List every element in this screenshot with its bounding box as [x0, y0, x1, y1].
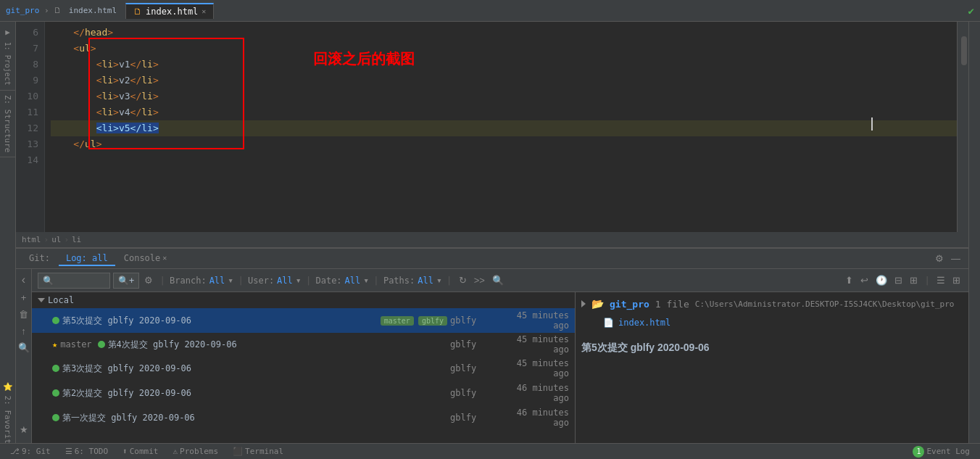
- status-problems[interactable]: ⚠ Problems: [168, 447, 223, 456]
- repo-icon: 📂: [591, 298, 604, 310]
- tab-console[interactable]: Console ✕: [117, 252, 175, 266]
- branch-actions-button[interactable]: ⬆: [843, 273, 855, 287]
- collapse-left-button[interactable]: ‹: [20, 272, 28, 288]
- code-editor[interactable]: 6 7 8 9 10 11 ● 12 13 14: [16, 22, 968, 232]
- commit-dot: [52, 317, 59, 324]
- git-log-list: Local 第5次提交 gblfy 2020-09-06 master gblf…: [32, 292, 576, 459]
- refresh-button[interactable]: ↻: [457, 273, 469, 287]
- code-line-selected: <li>v5</li>: [51, 120, 963, 136]
- master-branch-row[interactable]: ★ master 第4次提交 gblfy 2020-09-06 gblfy 45…: [32, 333, 575, 356]
- local-branch-header[interactable]: Local: [32, 292, 575, 308]
- date-select[interactable]: All: [345, 276, 361, 286]
- branch-label: Branch:: [170, 276, 207, 286]
- expand-icon: [38, 298, 45, 302]
- delete-button[interactable]: 🗑: [17, 307, 30, 321]
- star-icon: ★: [52, 339, 57, 350]
- paths-select[interactable]: All: [418, 276, 433, 286]
- status-todo[interactable]: ☰ 6: TODO: [61, 447, 112, 456]
- undo-button[interactable]: ↩: [858, 273, 871, 287]
- file-icon: 📄: [603, 318, 614, 328]
- status-commit[interactable]: ⬆ Commit: [118, 447, 162, 456]
- tag-master: master: [381, 316, 414, 326]
- tag-gblfy: gblfy: [418, 316, 447, 326]
- search-nav-button[interactable]: 🔍: [16, 341, 32, 355]
- code-line: </head>: [51, 25, 963, 41]
- checkmark-icon: ✔: [968, 5, 974, 17]
- commit-detail-title: 第5次提交 gblfy 2020-09-06: [581, 342, 963, 355]
- grid-view-button[interactable]: ⊞: [950, 273, 963, 287]
- sidebar-item-structure[interactable]: Z: Structure: [1, 92, 14, 155]
- status-bar: ⎇ 9: Git ☰ 6: TODO ⬆ Commit ⚠ Problems ⬛…: [0, 443, 980, 459]
- list-view-button[interactable]: ☰: [934, 273, 947, 287]
- git-log-area: Local 第5次提交 gblfy 2020-09-06 master gblf…: [32, 292, 968, 459]
- repo-header: 📂 git_pro 1 file C:\Users\Administrator.…: [581, 298, 963, 310]
- panel-tab-bar: Git: Log: all Console ✕ ⚙ —: [16, 249, 968, 269]
- add-button[interactable]: +: [19, 291, 29, 305]
- file-name: index.html: [618, 318, 670, 328]
- expand-repo-icon: [581, 300, 586, 307]
- compare-button[interactable]: ⊟: [892, 273, 905, 287]
- scrollbar-thumb[interactable]: [961, 36, 967, 65]
- text-cursor: [871, 117, 873, 131]
- branch-select[interactable]: All: [209, 276, 225, 286]
- file-item-index[interactable]: 📄 index.html: [581, 315, 963, 330]
- code-line: <li>v3</li>: [51, 88, 963, 104]
- tab-git[interactable]: Git:: [22, 252, 57, 266]
- up-button[interactable]: ↑: [19, 324, 28, 338]
- tab-index-html[interactable]: 🗋 index.html ✕: [125, 3, 214, 19]
- search-log-button[interactable]: 🔍: [490, 273, 506, 287]
- annotation-text: 回滚之后的截图: [313, 51, 415, 67]
- git-right-panel: 📂 git_pro 1 file C:\Users\Administrator.…: [576, 292, 968, 459]
- user-label: User:: [248, 276, 274, 286]
- file-count: 1 file: [655, 299, 689, 310]
- status-terminal[interactable]: ⬛ Terminal: [228, 447, 288, 456]
- status-right: 1 Event Log: [908, 446, 974, 458]
- paths-label: Paths:: [383, 276, 415, 286]
- merge-button[interactable]: ⊞: [908, 273, 920, 287]
- commit-row-3[interactable]: 第3次提交 gblfy 2020-09-06 gblfy 45 minutes …: [32, 356, 575, 381]
- commit-dot: [52, 414, 59, 421]
- git-left-nav: ‹ + 🗑 ↑ 🔍 ★ >>: [16, 269, 32, 459]
- close-tab-button[interactable]: ✕: [202, 7, 206, 15]
- git-toolbar: 🔍+ ⚙ | Branch: All ▾ | User: All ▾ |: [32, 269, 968, 292]
- file-icon: 🗋: [133, 7, 142, 17]
- event-log-badge: 1: [913, 446, 924, 458]
- star-button[interactable]: ★: [17, 423, 30, 437]
- code-content[interactable]: </head> <ul> <li>v1</li> <li>v2</li> <li…: [45, 22, 968, 232]
- tab-log-all[interactable]: Log: all: [59, 252, 115, 266]
- repo-name: git_pro: [610, 299, 649, 310]
- project-label: git_pro › 🗋 index.html: [6, 6, 117, 15]
- add-filter-button[interactable]: 🔍+: [113, 273, 139, 289]
- commit-row-1[interactable]: 第一次提交 gblfy 2020-09-06 gblfy 46 minutes …: [32, 405, 575, 430]
- right-scrollbar: [968, 22, 980, 459]
- more-options-button[interactable]: >>: [472, 273, 487, 287]
- panel-content: ‹ + 🗑 ↑ 🔍 ★ >> 🔍+: [16, 269, 968, 459]
- commit-row-5[interactable]: 第5次提交 gblfy 2020-09-06 master gblfy gblf…: [32, 308, 575, 333]
- breadcrumb: html › ul › li: [16, 232, 968, 248]
- code-line: <li>v1</li>: [51, 57, 963, 73]
- sidebar-item-project[interactable]: ▶ 1: Project: [1, 25, 14, 88]
- tab-bar: git_pro › 🗋 index.html 🗋 index.html ✕ ✔: [0, 0, 980, 22]
- commit-dot: [52, 365, 59, 372]
- commit-dot: [98, 341, 105, 348]
- code-line: </ul>: [51, 136, 963, 152]
- code-line: <li>v2</li>: [51, 73, 963, 88]
- close-console-button[interactable]: ✕: [162, 254, 167, 262]
- date-label: Date:: [315, 276, 341, 286]
- code-line: <li>v4</li>: [51, 104, 963, 120]
- user-select[interactable]: All: [277, 276, 293, 286]
- settings-button[interactable]: ⚙: [933, 252, 946, 265]
- settings-filter-button[interactable]: ⚙: [142, 273, 155, 287]
- minimize-button[interactable]: —: [949, 252, 963, 265]
- commit-row-2[interactable]: 第2次提交 gblfy 2020-09-06 gblfy 46 minutes …: [32, 381, 575, 405]
- bottom-panel: Git: Log: all Console ✕ ⚙ — ‹: [16, 248, 968, 459]
- code-line: <ul>: [51, 41, 963, 57]
- clock-button[interactable]: 🕐: [873, 273, 889, 287]
- status-event-log[interactable]: 1 Event Log: [908, 446, 974, 458]
- minimap-scrollbar: [957, 22, 968, 232]
- status-git[interactable]: ⎇ 9: Git: [6, 447, 55, 456]
- line-numbers: 6 7 8 9 10 11 ● 12 13 14: [16, 22, 45, 232]
- git-main: 🔍+ ⚙ | Branch: All ▾ | User: All ▾ |: [32, 269, 968, 459]
- search-input[interactable]: [38, 273, 110, 289]
- commit-dot: [52, 389, 59, 397]
